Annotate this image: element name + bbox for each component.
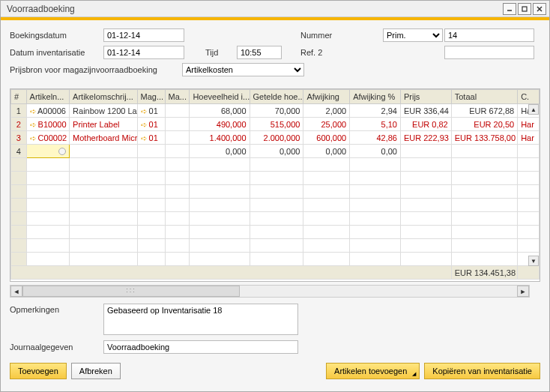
col-artikelnr[interactable]: Artikeln... bbox=[26, 90, 70, 104]
label-ref2: Ref. 2 bbox=[300, 48, 383, 57]
artikelen-toevoegen-button[interactable]: Artikelen toevoegen ◢ bbox=[326, 363, 420, 379]
col-ma2[interactable]: Ma... bbox=[165, 90, 190, 104]
col-artikelomschr[interactable]: Artikelomschrij... bbox=[70, 90, 137, 104]
label-boekingsdatum: Boekingsdatum bbox=[10, 31, 103, 40]
link-arrow-icon[interactable]: ➪ bbox=[141, 107, 147, 115]
afbreken-button[interactable]: Afbreken bbox=[71, 363, 121, 379]
table-row[interactable] bbox=[11, 172, 540, 185]
lookup-icon[interactable] bbox=[58, 148, 66, 155]
col-num[interactable]: # bbox=[11, 90, 27, 104]
table-row[interactable] bbox=[11, 185, 540, 199]
table-row[interactable]: 3➪ C00002Motherboard Micro➪ 011.400,0002… bbox=[11, 131, 540, 145]
link-arrow-icon[interactable]: ➪ bbox=[30, 121, 36, 129]
minimize-button[interactable] bbox=[503, 3, 516, 15]
svg-rect-1 bbox=[522, 7, 527, 11]
nummer-series-select[interactable]: Prim. bbox=[383, 28, 443, 42]
label-nummer: Nummer bbox=[300, 31, 383, 40]
col-c[interactable]: C. bbox=[518, 90, 540, 104]
scroll-down-icon[interactable]: ▼ bbox=[528, 256, 539, 266]
link-arrow-icon[interactable]: ➪ bbox=[141, 134, 147, 142]
table-row[interactable]: 2➪ B10000Printer Label➪ 01490,000515,000… bbox=[11, 118, 540, 131]
header-form: Boekingsdatum Nummer Prim. Datum inventa… bbox=[1, 20, 549, 84]
col-hoeveelheid[interactable]: Hoeveelheid i... bbox=[190, 90, 250, 104]
grand-total: EUR 134.451,38 bbox=[451, 266, 517, 280]
hscroll-thumb[interactable]: ::: bbox=[22, 286, 240, 297]
table-row[interactable]: 40,0000,0000,0000,00 bbox=[11, 145, 540, 158]
scroll-left-icon[interactable]: ◄ bbox=[10, 286, 22, 297]
table-row[interactable]: 1➪ A00006Rainbow 1200 Lase➪ 0168,00070,0… bbox=[11, 104, 540, 118]
footer-form: Opmerkingen Journaalgegeven bbox=[1, 298, 549, 360]
artikelen-toevoegen-label: Artikelen toevoegen bbox=[334, 367, 407, 376]
col-afwijkingpct[interactable]: Afwijking % bbox=[350, 90, 401, 104]
table-row[interactable] bbox=[11, 226, 540, 239]
col-afwijking[interactable]: Afwijking bbox=[303, 90, 350, 104]
label-datum-inventarisatie: Datum inventarisatie bbox=[10, 48, 103, 57]
grid-header-row: # Artikeln... Artikelomschrij... Mag... … bbox=[11, 90, 540, 104]
close-button[interactable] bbox=[533, 3, 546, 15]
table-row[interactable] bbox=[11, 239, 540, 253]
kopieren-button[interactable]: Kopiëren van inventarisatie bbox=[424, 363, 540, 379]
grid-vscroll[interactable]: ▲ ▼ bbox=[528, 104, 540, 266]
table-row[interactable] bbox=[11, 253, 540, 266]
label-opmerkingen: Opmerkingen bbox=[10, 304, 103, 314]
ref2-input[interactable] bbox=[444, 46, 534, 59]
col-prijs[interactable]: Prijs bbox=[400, 90, 451, 104]
voorraadboeking-window: Voorraadboeking Boekingsdatum Nummer Pri… bbox=[0, 0, 550, 392]
scroll-right-icon[interactable]: ► bbox=[517, 286, 529, 297]
grid-totals-row: EUR 134.451,38 bbox=[11, 266, 540, 280]
prijsbron-select[interactable]: Artikelkosten bbox=[182, 63, 304, 76]
link-arrow-icon[interactable]: ➪ bbox=[30, 134, 36, 142]
nummer-input[interactable] bbox=[444, 28, 534, 42]
grid-container: # Artikeln... Artikelomschrij... Mag... … bbox=[10, 88, 540, 282]
opmerkingen-textarea[interactable] bbox=[103, 304, 298, 335]
maximize-button[interactable] bbox=[518, 3, 531, 15]
col-magazijn[interactable]: Mag... bbox=[137, 90, 165, 104]
table-row[interactable] bbox=[11, 212, 540, 226]
scroll-up-icon[interactable]: ▲ bbox=[528, 104, 539, 115]
toevoegen-button[interactable]: Toevoegen bbox=[10, 363, 67, 379]
link-arrow-icon[interactable]: ➪ bbox=[141, 121, 147, 129]
boekingsdatum-input[interactable] bbox=[103, 28, 184, 42]
link-arrow-icon[interactable]: ➪ bbox=[30, 107, 36, 115]
label-tijd: Tijd bbox=[184, 48, 237, 57]
journaal-input[interactable] bbox=[103, 340, 298, 354]
datum-inventarisatie-input[interactable] bbox=[103, 46, 184, 59]
tijd-input[interactable] bbox=[237, 46, 282, 59]
table-row[interactable] bbox=[11, 158, 540, 172]
grid-hscroll[interactable]: ◄ ::: ► bbox=[10, 285, 530, 298]
label-prijsbron: Prijsbron voor magazijnvoorraadboeking bbox=[10, 65, 182, 74]
window-title: Voorraadboeking bbox=[4, 4, 501, 14]
col-totaal[interactable]: Totaal bbox=[451, 90, 517, 104]
label-journaal: Journaalgegeven bbox=[10, 343, 103, 352]
items-grid[interactable]: # Artikeln... Artikelomschrij... Mag... … bbox=[10, 89, 540, 280]
titlebar: Voorraadboeking bbox=[1, 1, 549, 17]
button-bar: Toevoegen Afbreken Artikelen toevoegen ◢… bbox=[1, 360, 549, 385]
dropdown-corner-icon: ◢ bbox=[412, 371, 416, 377]
table-row[interactable] bbox=[11, 199, 540, 212]
active-cell[interactable] bbox=[26, 145, 70, 158]
col-getelde[interactable]: Getelde hoe... bbox=[250, 90, 303, 104]
